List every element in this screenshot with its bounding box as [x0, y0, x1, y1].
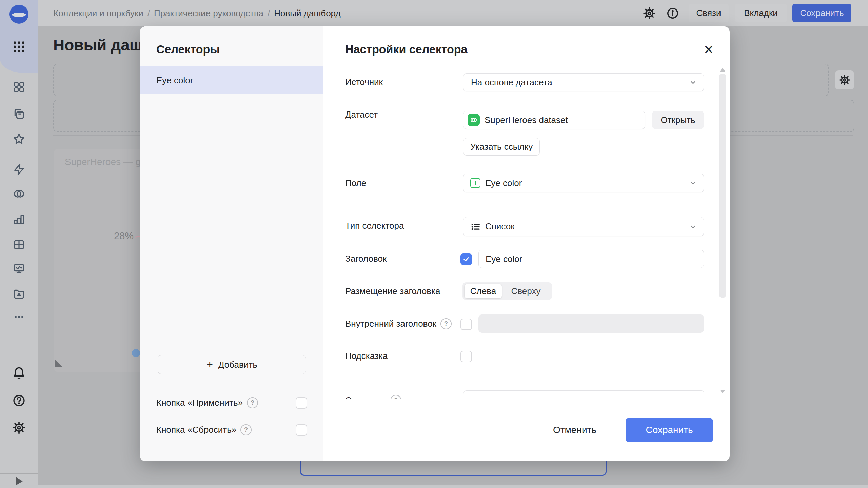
chart-value-label: 28%	[114, 230, 134, 242]
cancel-button[interactable]: Отменить	[548, 421, 602, 440]
field-label: Поле	[345, 178, 366, 188]
save-selector-button[interactable]: Сохранить	[626, 418, 713, 442]
title-checkbox[interactable]	[460, 253, 472, 265]
help-icon[interactable]: ?	[247, 397, 258, 408]
operation-select[interactable]	[463, 390, 704, 399]
chevron-down-icon	[689, 395, 698, 399]
title-label: Заголовок	[345, 253, 387, 264]
plus-icon: +	[206, 360, 213, 370]
breadcrumb-current: Новый дашборд	[274, 8, 340, 19]
chevron-down-icon	[689, 78, 697, 87]
open-dataset-button[interactable]: Открыть	[652, 111, 704, 129]
breadcrumb-guides[interactable]: Практические руководства	[154, 8, 263, 19]
placement-option-top[interactable]: Сверху	[502, 282, 550, 300]
close-icon[interactable]: ✕	[701, 42, 717, 58]
operation-label: Операция ?	[345, 395, 401, 399]
sidebar-item-editor-icon[interactable]	[12, 163, 26, 176]
sidebar-item-charts-icon[interactable]	[12, 212, 26, 226]
title-input[interactable]	[478, 250, 704, 268]
form-divider	[345, 380, 704, 380]
chevron-down-icon	[689, 179, 697, 187]
help-icon[interactable]: ?	[390, 395, 401, 399]
selector-list-item[interactable]: Eye color	[140, 66, 323, 94]
apply-button-checkbox[interactable]	[296, 397, 307, 409]
add-selector-label: Добавить	[218, 360, 257, 370]
settings-gear-icon[interactable]	[643, 7, 656, 20]
user-settings-gear-icon[interactable]	[12, 421, 26, 434]
sidebar-item-more-icon[interactable]	[12, 310, 26, 324]
save-dashboard-button[interactable]: Сохранить	[792, 4, 851, 22]
services-grid-icon[interactable]	[12, 40, 26, 54]
reset-button-checkbox[interactable]	[296, 424, 307, 436]
settings-form: Источник На основе датасета Датасет Supe…	[345, 66, 704, 399]
sidebar-item-storage-icon[interactable]	[12, 287, 26, 301]
scroll-up-arrow[interactable]	[720, 68, 725, 72]
dashboard-settings-button[interactable]	[835, 70, 854, 89]
placement-label: Размещение заголовка	[345, 286, 440, 297]
relations-button[interactable]: Связи	[689, 4, 729, 22]
selector-list-item-label: Eye color	[156, 75, 193, 86]
sidebar-item-monitoring-icon[interactable]	[12, 262, 26, 276]
source-select[interactable]: На основе датасета	[463, 73, 704, 92]
source-label: Источник	[345, 77, 383, 87]
canvas-bottom-strip	[38, 485, 868, 488]
chevron-down-icon	[689, 222, 697, 231]
chart-title: SuperHeroes — g	[65, 157, 141, 167]
help-icon[interactable]: ?	[240, 424, 252, 435]
dataset-icon	[468, 114, 480, 126]
field-select[interactable]: T Eye color	[463, 174, 704, 192]
help-circle-icon[interactable]	[12, 394, 26, 407]
selector-type-select[interactable]: Список	[463, 217, 704, 236]
sidebar-item-workbooks-icon[interactable]	[12, 107, 26, 121]
selectors-panel-title: Селекторы	[156, 43, 220, 56]
list-icon	[470, 222, 480, 232]
tabs-button[interactable]: Вкладки	[735, 4, 787, 22]
add-selector-button[interactable]: + Добавить	[158, 355, 306, 374]
scroll-down-arrow[interactable]	[720, 390, 725, 393]
dataset-select[interactable]: SuperHeroes dataset	[463, 111, 645, 129]
reset-button-row-label: Кнопка «Сбросить» ?	[156, 424, 252, 435]
hint-checkbox[interactable]	[460, 351, 472, 362]
expand-sidebar-icon[interactable]	[16, 477, 23, 485]
sidebar-item-favorites-icon[interactable]	[12, 132, 26, 146]
sidebar-item-tables-icon[interactable]	[12, 238, 26, 251]
panel-footer-divider	[140, 379, 323, 379]
gear-icon	[839, 74, 850, 86]
specify-link-button[interactable]: Указать ссылку	[463, 138, 540, 156]
widget-resize-handle[interactable]	[55, 360, 63, 367]
placement-option-left[interactable]: Слева	[465, 282, 502, 300]
check-icon	[463, 256, 470, 263]
breadcrumb: Коллекции и воркбуки / Практические руко…	[53, 0, 341, 26]
breadcrumb-collections[interactable]: Коллекции и воркбуки	[53, 8, 143, 19]
notifications-bell-icon[interactable]	[12, 367, 26, 380]
scrollbar-thumb[interactable]	[719, 74, 726, 298]
dataset-label: Датасет	[345, 109, 378, 120]
breadcrumb-separator: /	[268, 8, 270, 19]
sidebar-item-connections-icon[interactable]	[12, 187, 26, 201]
string-field-type-icon: T	[470, 178, 480, 188]
settings-title: Настройки селектора	[345, 43, 467, 56]
breadcrumb-separator: /	[147, 8, 150, 19]
hint-label: Подсказка	[345, 351, 388, 361]
form-divider	[345, 206, 704, 206]
inner-title-input-disabled	[478, 314, 704, 333]
info-icon[interactable]	[666, 7, 679, 20]
placement-segmented-control: Слева Сверху	[462, 282, 552, 300]
selector-settings-modal: Селекторы Eye color + Добавить Кнопка «П…	[140, 26, 730, 461]
inner-title-checkbox[interactable]	[460, 319, 472, 330]
help-icon[interactable]: ?	[440, 318, 452, 329]
sidebar-item-dashboards-icon[interactable]	[12, 80, 26, 94]
inner-title-label: Внутренний заголовок ?	[345, 318, 452, 329]
panel-header-divider	[140, 60, 323, 60]
datalens-logo[interactable]	[9, 5, 28, 24]
type-label: Тип селектора	[345, 221, 404, 231]
apply-button-row-label: Кнопка «Применить» ?	[156, 397, 258, 408]
pie-fragment	[132, 349, 140, 357]
